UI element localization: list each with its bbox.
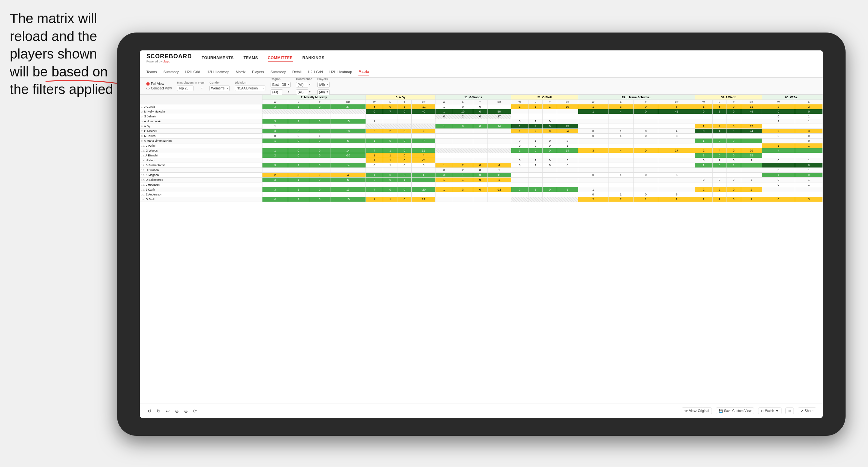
players-all-select2[interactable]: (All) — [317, 89, 330, 95]
sub-nav: Teams Summary H2H Grid H2H Heatmap Matri… — [140, 66, 823, 78]
matrix-cell — [608, 124, 633, 129]
refresh-icon[interactable]: ⟳ — [192, 408, 198, 414]
nav-rankings[interactable]: RANKINGS — [303, 54, 324, 62]
filter-gender: Gender Women's — [210, 81, 229, 91]
matrix-cell — [633, 119, 658, 124]
matrix-cell: 25 — [741, 153, 762, 158]
table-row: 9. A Maria Jimenez Rios1006100-701021000 — [140, 138, 823, 144]
radio-compact-icon — [146, 87, 150, 90]
conference-all-select2[interactable]: (All) — [296, 89, 308, 95]
matrix-cell: 1 — [528, 187, 543, 192]
matrix-cell — [383, 168, 397, 173]
matrix-cell: 0 — [528, 148, 543, 153]
subnav-h2hheatmap1[interactable]: H2H Heatmap — [207, 69, 229, 75]
matrix-cell: 3 — [288, 173, 309, 178]
zoom-out-icon[interactable]: ⊖ — [174, 408, 180, 414]
matrix-cell: 0 — [473, 104, 487, 109]
undo-icon[interactable]: ↺ — [146, 408, 153, 414]
matrix-cell — [473, 158, 487, 163]
region-all-select[interactable]: (All) — [271, 89, 283, 95]
watch-btn[interactable]: ⊙ Watch ▼ — [758, 407, 781, 414]
matrix-cell: 0 — [309, 138, 330, 144]
matrix-cell — [695, 144, 712, 148]
gender-select[interactable]: Women's — [210, 86, 229, 91]
subnav-teams[interactable]: Teams — [146, 69, 157, 75]
matrix-cell: 0 — [473, 163, 487, 168]
subnav-matrix1[interactable]: Matrix — [236, 69, 246, 75]
subnav-h2hgrid2[interactable]: H2H Grid — [308, 69, 323, 75]
nav-teams[interactable]: TEAMS — [244, 54, 258, 62]
matrix-cell — [762, 163, 795, 168]
max-players-select[interactable]: Top 25 — [177, 86, 193, 91]
players-label: Players — [317, 77, 330, 81]
matrix-cell: 0 — [397, 158, 412, 163]
back-icon[interactable]: ↩ — [164, 408, 171, 414]
matrix-cell: 1 — [435, 109, 453, 114]
matrix-cell — [397, 119, 412, 124]
matrix-cell — [383, 124, 397, 129]
subnav-summary1[interactable]: Summary — [163, 69, 179, 75]
matrix-cell — [383, 119, 397, 124]
matrix-content[interactable]: 2. M Kelly Mulcahy 6. A Dy 11. G Woods 2… — [140, 95, 823, 404]
matrix-cell: 2 — [695, 153, 712, 158]
matrix-cell: 11 — [487, 173, 511, 178]
matrix-cell — [762, 138, 795, 144]
matrix-cell — [741, 168, 762, 173]
nav-committee[interactable]: COMMITTEE — [268, 54, 293, 62]
subnav-h2hgrid1[interactable]: H2H Grid — [185, 69, 200, 75]
col-sub-dif4: Dif — [557, 100, 578, 104]
view-original-btn[interactable]: 👁 View: Original — [682, 407, 712, 414]
region-select[interactable]: East - DII — [271, 82, 291, 88]
matrix-cell — [262, 144, 288, 148]
subnav-h2hheatmap2[interactable]: H2H Heatmap — [330, 69, 352, 75]
save-custom-btn[interactable]: 💾 Save Custom View — [716, 407, 754, 414]
matrix-cell: -7 — [412, 138, 435, 144]
matrix-cell — [331, 182, 366, 187]
matrix-cell — [726, 192, 741, 197]
matrix-cell: 0 — [726, 129, 741, 134]
matrix-cell: 1 — [578, 104, 608, 109]
matrix-cell: 0 — [397, 187, 412, 192]
player-name-cell: 16. X Mcgaha — [140, 173, 262, 178]
view-options: Full View Compact View — [146, 82, 172, 90]
subnav-detail[interactable]: Detail — [292, 69, 302, 75]
subnav-matrix2[interactable]: Matrix — [359, 68, 369, 75]
region-all-select-wrapper: (All) — [271, 89, 291, 95]
matrix-cell: 4 — [366, 187, 383, 192]
matrix-cell: 15 — [331, 197, 366, 202]
share-btn[interactable]: ↗ Share — [798, 407, 816, 414]
matrix-table: 2. M Kelly Mulcahy 6. A Dy 11. G Woods 2… — [140, 95, 823, 202]
conference-select[interactable]: (All) — [296, 82, 308, 88]
matrix-cell — [695, 182, 712, 187]
matrix-cell — [331, 109, 366, 114]
subnav-players[interactable]: Players — [252, 69, 264, 75]
zoom-in-icon[interactable]: ⊕ — [183, 408, 189, 414]
radio-compact-view[interactable]: Compact View — [146, 87, 172, 90]
radio-full-view[interactable]: Full View — [146, 82, 172, 86]
redo-icon[interactable]: ↻ — [155, 408, 162, 414]
division-select[interactable]: NCAA Division II — [235, 86, 266, 91]
layout-btn[interactable]: ⊞ — [785, 407, 794, 414]
matrix-cell — [511, 173, 528, 178]
matrix-cell: 0 — [397, 173, 412, 178]
col-sub-t4: T — [543, 100, 557, 104]
subnav-summary2[interactable]: Summary — [271, 69, 286, 75]
matrix-cell: 1 — [453, 178, 473, 182]
matrix-cell: 0 — [762, 178, 795, 182]
matrix-cell — [453, 129, 473, 134]
player-name-cell: 8. M Torres — [140, 134, 262, 138]
player-name-cell: 1. J Garcia — [140, 104, 262, 109]
matrix-cell: 3 — [262, 178, 288, 182]
col-sub-t1: T — [309, 100, 330, 104]
matrix-cell: 2 — [453, 163, 473, 168]
matrix-cell — [695, 173, 712, 178]
col-sub-w3: W — [435, 100, 453, 104]
watch-icon: ⊙ — [761, 409, 764, 413]
matrix-cell: 1 — [487, 178, 511, 182]
matrix-cell — [658, 168, 695, 173]
matrix-cell: 1 — [435, 187, 453, 192]
nav-tournaments[interactable]: TOURNAMENTS — [202, 54, 234, 62]
players-select[interactable]: (All) — [317, 82, 330, 88]
matrix-cell — [473, 153, 487, 158]
max-players-select-wrapper: Top 25 — [177, 85, 204, 91]
